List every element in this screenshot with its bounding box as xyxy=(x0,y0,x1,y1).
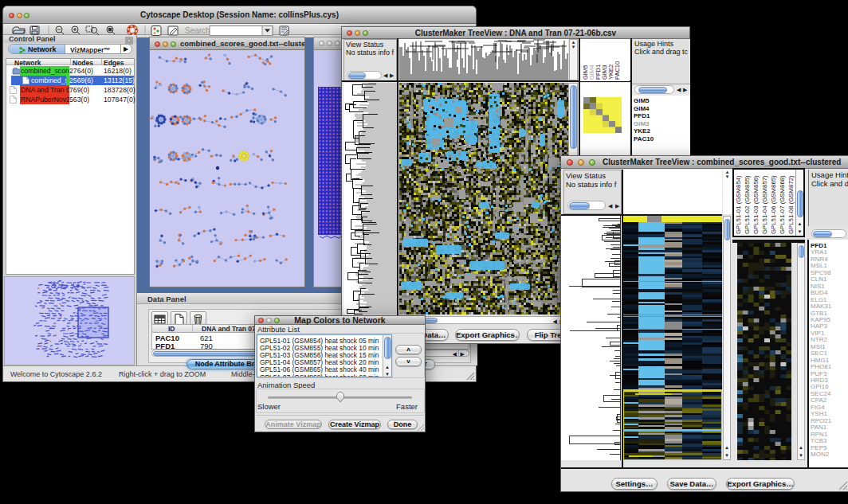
svg-text:Search:: Search: xyxy=(185,26,212,35)
svg-text:GPL51-02 (GSM855): GPL51-02 (GSM855) xyxy=(744,175,751,234)
svg-text:GPL51-03 (GSM856): GPL51-03 (GSM856) xyxy=(752,175,760,234)
svg-text:GPL51-01 (GSM854): GPL51-01 (GSM854) xyxy=(735,175,742,234)
svg-text:GPL51-04 (GSM857): GPL51-04 (GSM857) xyxy=(761,175,768,234)
svg-text:PAC10: PAC10 xyxy=(614,61,621,80)
svg-text:GPL51-07 (GSM868): GPL51-07 (GSM868) xyxy=(779,175,786,234)
svg-text:GPL51-08 (GSM872): GPL51-08 (GSM872) xyxy=(787,175,795,234)
svg-text:GPL51-06 (GSM865): GPL51-06 (GSM865) xyxy=(770,175,777,234)
